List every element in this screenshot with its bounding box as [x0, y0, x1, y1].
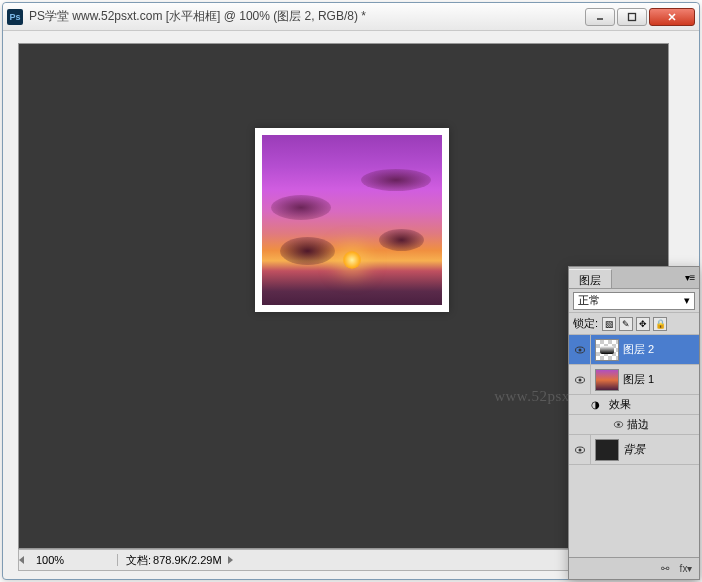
layer-name[interactable]: 背景	[623, 442, 699, 457]
doc-info[interactable]: 文档: 878.9K/2.29M	[118, 553, 241, 568]
svg-point-3	[578, 348, 581, 351]
lock-transparency-icon[interactable]: ▧	[602, 317, 616, 331]
effects-icon: ◑	[591, 399, 605, 410]
layer-row[interactable]: 背景	[569, 435, 699, 465]
chevron-left-icon[interactable]	[19, 556, 24, 564]
stroke-label: 描边	[627, 417, 649, 432]
blend-mode-value: 正常	[578, 293, 600, 308]
lock-icons: ▧ ✎ ✥ 🔒	[602, 317, 667, 331]
window-controls	[585, 8, 695, 26]
titlebar: Ps PS学堂 www.52psxt.com [水平相框] @ 100% (图层…	[3, 3, 699, 31]
chevron-right-icon	[228, 556, 233, 564]
visibility-toggle[interactable]	[609, 419, 627, 430]
layers-panel: 图层 ▾≡ 正常 ▾ 锁定: ▧ ✎ ✥ 🔒 图层 2	[568, 266, 700, 580]
visibility-toggle[interactable]	[569, 365, 591, 394]
layer-row[interactable]: 图层 1	[569, 365, 699, 395]
layer-thumbnail[interactable]	[595, 369, 619, 391]
svg-point-5	[578, 378, 581, 381]
blend-mode-row: 正常 ▾	[569, 289, 699, 313]
sun-icon	[343, 251, 361, 269]
effects-label: 效果	[609, 397, 631, 412]
layer-name[interactable]: 图层 1	[623, 372, 699, 387]
close-button[interactable]	[649, 8, 695, 26]
effect-stroke-row[interactable]: 描边	[569, 415, 699, 435]
app-icon: Ps	[7, 9, 23, 25]
artboard[interactable]	[255, 128, 449, 312]
layer-fx-button[interactable]: fx▾	[678, 562, 694, 576]
svg-point-9	[578, 448, 581, 451]
tab-layers[interactable]: 图层	[569, 269, 612, 288]
layer-thumbnail[interactable]	[595, 339, 619, 361]
effects-row[interactable]: ◑ 效果	[569, 395, 699, 415]
sunset-image	[262, 135, 442, 305]
visibility-toggle[interactable]	[569, 435, 591, 464]
layer-list: 图层 2 图层 1 ◑ 效果 描边 背景	[569, 335, 699, 465]
lock-all-icon[interactable]: 🔒	[653, 317, 667, 331]
visibility-toggle[interactable]	[569, 335, 591, 364]
doc-label: 文档:	[126, 553, 151, 568]
blend-mode-select[interactable]: 正常 ▾	[573, 292, 695, 310]
window-title: PS学堂 www.52psxt.com [水平相框] @ 100% (图层 2,…	[29, 8, 585, 25]
panel-tabs: 图层 ▾≡	[569, 267, 699, 289]
layer-name[interactable]: 图层 2	[623, 342, 699, 357]
maximize-button[interactable]	[617, 8, 647, 26]
minimize-button[interactable]	[585, 8, 615, 26]
panel-menu-button[interactable]: ▾≡	[681, 267, 699, 288]
lock-label: 锁定:	[573, 316, 598, 331]
lock-move-icon[interactable]: ✥	[636, 317, 650, 331]
zoom-level[interactable]: 100%	[30, 554, 118, 566]
dropdown-arrow-icon: ▾	[684, 294, 690, 307]
layer-thumbnail[interactable]	[595, 439, 619, 461]
layer-row[interactable]: 图层 2	[569, 335, 699, 365]
svg-rect-1	[629, 13, 636, 20]
lock-paint-icon[interactable]: ✎	[619, 317, 633, 331]
lock-row: 锁定: ▧ ✎ ✥ 🔒	[569, 313, 699, 335]
link-layers-button[interactable]: ⚯	[657, 562, 673, 576]
panel-footer: ⚯ fx▾	[569, 557, 699, 579]
doc-size: 878.9K/2.29M	[153, 554, 222, 566]
svg-point-7	[617, 423, 620, 426]
